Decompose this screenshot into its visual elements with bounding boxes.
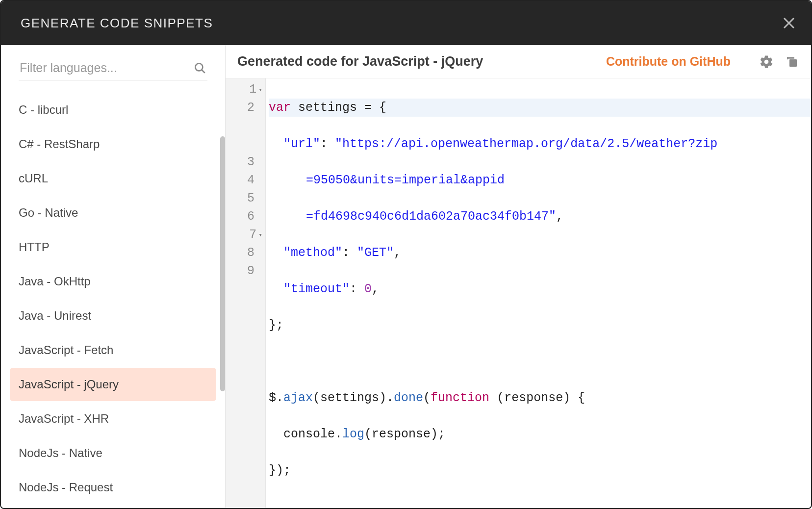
token-string: "method" — [283, 246, 342, 260]
contribute-github-link[interactable]: Contribute on GitHub — [606, 54, 731, 69]
language-list[interactable]: C - libcurlC# - RestSharpcURLGo - Native… — [1, 87, 225, 508]
token-string: =95050&units=imperial&appid — [306, 173, 505, 187]
fold-icon[interactable]: ▾ — [258, 81, 262, 99]
gutter: 1▾234567▾89 — [226, 78, 266, 508]
language-item[interactable]: C# - RestSharp — [10, 127, 216, 161]
code-line: =95050&units=imperial&appid — [269, 171, 811, 189]
language-item[interactable]: JavaScript - XHR — [10, 402, 216, 435]
code-line: console.log(response); — [269, 425, 811, 443]
code-line: }); — [269, 461, 811, 480]
titlebar: GENERATE CODE SNIPPETS — [1, 1, 811, 45]
gear-icon[interactable] — [759, 54, 774, 69]
language-item[interactable]: Go - Native — [10, 196, 216, 229]
svg-rect-4 — [789, 59, 797, 67]
search-row — [19, 58, 207, 80]
language-item[interactable]: JavaScript - Fetch — [10, 333, 216, 367]
token-fn: ajax — [283, 391, 313, 405]
copy-icon[interactable] — [785, 54, 799, 69]
gutter-line: 5 — [234, 189, 262, 207]
scrollbar-thumb[interactable] — [220, 136, 225, 391]
token-string: =fd4698c940c6d1da602a70ac34f0b147" — [306, 209, 556, 224]
token-string: "GET" — [357, 246, 394, 260]
language-item[interactable]: Java - OkHttp — [10, 265, 216, 298]
gutter-line: 3 — [234, 153, 262, 171]
language-item[interactable]: C - libcurl — [10, 93, 216, 127]
close-icon[interactable] — [782, 16, 796, 30]
code-line — [269, 353, 811, 371]
token-fn: done — [394, 391, 423, 405]
gutter-line: 2 — [234, 99, 262, 117]
gutter-line: 4 — [234, 171, 262, 189]
content: C - libcurlC# - RestSharpcURLGo - Native… — [1, 45, 811, 508]
token-number: 0 — [364, 282, 372, 296]
code-line: =fd4698c940c6d1da602a70ac34f0b147", — [269, 207, 811, 226]
sidebar: C - libcurlC# - RestSharpcURLGo - Native… — [1, 45, 226, 508]
gutter-line — [234, 135, 262, 153]
fold-icon[interactable]: ▾ — [258, 226, 262, 244]
main-header: Generated code for JavaScript - jQuery C… — [226, 45, 811, 78]
token-fn: log — [342, 427, 364, 441]
code-area[interactable]: var settings = { "url": "https://api.ope… — [266, 78, 811, 508]
svg-point-2 — [195, 63, 203, 71]
language-item[interactable]: JavaScript - jQuery — [10, 368, 216, 401]
gutter-line: 8 — [234, 244, 262, 262]
search-icon[interactable] — [194, 62, 206, 75]
filter-languages-input[interactable] — [20, 61, 194, 75]
token-string: "https://api.openweathermap.org/data/2.5… — [335, 137, 717, 151]
gutter-line: 6 — [234, 207, 262, 226]
search-wrap — [1, 45, 225, 87]
gutter-line: 9 — [234, 262, 262, 280]
token-string: "timeout" — [283, 282, 350, 296]
main-pane: Generated code for JavaScript - jQuery C… — [226, 45, 811, 508]
code-line: $.ajax(settings).done(function (response… — [269, 389, 811, 407]
gutter-line: 1▾ — [234, 80, 262, 99]
generated-code-title: Generated code for JavaScript - jQuery — [237, 54, 606, 69]
code-line: var settings = { — [269, 99, 811, 117]
gutter-line — [234, 117, 262, 135]
code-line: "timeout": 0, — [269, 280, 811, 298]
language-item[interactable]: NodeJs - Request — [10, 471, 216, 504]
language-item[interactable]: cURL — [10, 162, 216, 195]
token-keyword: function — [431, 391, 489, 405]
gutter-line: 7▾ — [234, 226, 262, 244]
code-line: }; — [269, 316, 811, 334]
token-keyword: var — [269, 101, 291, 115]
language-item[interactable]: HTTP — [10, 230, 216, 264]
language-item[interactable]: Java - Unirest — [10, 299, 216, 332]
code-line: "method": "GET", — [269, 244, 811, 262]
code-line: "url": "https://api.openweathermap.org/d… — [269, 135, 811, 153]
svg-line-3 — [202, 70, 205, 73]
language-item[interactable]: NodeJs - Native — [10, 436, 216, 470]
modal-title: GENERATE CODE SNIPPETS — [21, 16, 213, 31]
code-editor[interactable]: 1▾234567▾89 var settings = { "url": "htt… — [226, 78, 811, 508]
token-string: "url" — [283, 137, 320, 151]
token: settings = { — [291, 101, 386, 115]
